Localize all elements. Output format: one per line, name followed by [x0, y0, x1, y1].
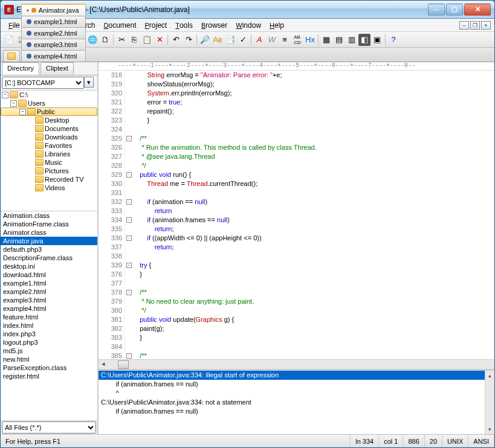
- tool1-icon[interactable]: ▦: [320, 34, 332, 46]
- menu-tools[interactable]: Tools: [171, 20, 197, 31]
- mdi-restore-button[interactable]: ❐: [470, 21, 480, 30]
- menu-document[interactable]: Document: [100, 20, 141, 31]
- output-line[interactable]: ^: [99, 389, 494, 398]
- file-item[interactable]: example4.html: [1, 304, 97, 313]
- tab-directory[interactable]: Directory: [2, 62, 39, 75]
- output-line[interactable]: if (animation.frames == null): [99, 407, 494, 416]
- document-tab[interactable]: •Animator.java: [21, 4, 86, 16]
- hex-icon[interactable]: ABCD: [291, 34, 303, 46]
- file-item[interactable]: example1.html: [1, 279, 97, 287]
- delete-icon[interactable]: ✕: [154, 34, 166, 46]
- tree-item[interactable]: Music: [1, 158, 97, 167]
- directory-tree[interactable]: −C:\−Users−PublicDesktopDocumentsDownloa…: [1, 91, 97, 211]
- tree-item[interactable]: Pictures: [1, 167, 97, 175]
- spell-icon[interactable]: ✓: [237, 34, 249, 46]
- file-item[interactable]: DescriptionFrame.class: [1, 254, 97, 262]
- file-item[interactable]: download.html: [1, 270, 97, 279]
- file-item[interactable]: index.html: [1, 321, 97, 330]
- file-item[interactable]: Animator.class: [1, 228, 97, 237]
- redo-icon[interactable]: ↷: [183, 34, 195, 46]
- code-view[interactable]: 3183193203213223233243253263273283293303…: [99, 71, 494, 359]
- folder-icon: [35, 117, 44, 124]
- document-tab[interactable]: example1.html: [21, 16, 86, 27]
- undo-icon[interactable]: ↶: [170, 34, 182, 46]
- file-list[interactable]: Animation.classAnimationFrame.classAnima…: [1, 211, 97, 420]
- editor-area: ----+----1----+----2----+----3----+----4…: [99, 62, 494, 434]
- output-line[interactable]: if (animation.frames == null): [99, 380, 494, 389]
- menu-window[interactable]: Window: [231, 20, 265, 31]
- folder-icon: [35, 125, 44, 132]
- file-item[interactable]: Animator.java: [1, 237, 97, 245]
- file-item[interactable]: defauth.php3: [1, 245, 97, 254]
- maximize-button[interactable]: ▢: [446, 4, 463, 16]
- tree-item[interactable]: Videos: [1, 184, 97, 192]
- file-item[interactable]: desktop.ini: [1, 262, 97, 270]
- file-item[interactable]: Animation.class: [1, 211, 97, 220]
- code-lines[interactable]: String errorMsg = "Animator: Parse error…: [132, 71, 494, 359]
- drive-menu-button[interactable]: ▾: [84, 77, 94, 88]
- paste-icon[interactable]: 📋: [141, 34, 153, 46]
- mdi-close-button[interactable]: ×: [481, 21, 491, 30]
- hx-icon[interactable]: Hx: [304, 34, 316, 46]
- cut-icon[interactable]: ✂: [115, 34, 128, 46]
- tool5-icon[interactable]: ▣: [371, 34, 383, 46]
- status-count1: 886: [403, 435, 424, 447]
- tool3-icon[interactable]: ▥: [346, 34, 358, 46]
- ruler: ----+----1----+----2----+----3----+----4…: [99, 62, 494, 71]
- replace-icon[interactable]: Aв: [212, 34, 224, 46]
- copy-icon[interactable]: ⎘: [128, 34, 140, 46]
- status-help: For Help, press F1: [1, 435, 351, 447]
- tree-item[interactable]: −Users: [1, 99, 97, 107]
- wrap-icon[interactable]: W: [266, 34, 278, 46]
- file-item[interactable]: example3.html: [1, 296, 97, 304]
- menu-project[interactable]: Project: [141, 20, 172, 31]
- tree-item[interactable]: −C:\: [1, 91, 97, 99]
- status-line: ln 334: [351, 435, 379, 447]
- mdi-minimize-button[interactable]: –: [459, 21, 469, 30]
- browser-icon[interactable]: 🌐: [86, 34, 99, 46]
- goto-icon[interactable]: 📑: [224, 34, 236, 46]
- document-tab[interactable]: example3.html: [21, 39, 86, 50]
- tree-item[interactable]: Libraries: [1, 150, 97, 158]
- file-item[interactable]: new.html: [1, 355, 97, 363]
- file-filter-select[interactable]: All Files (*.*): [2, 421, 96, 434]
- close-button[interactable]: ✕: [464, 4, 491, 16]
- document-tab[interactable]: example4.html: [21, 50, 86, 62]
- menu-help[interactable]: Help: [265, 20, 288, 31]
- file-item[interactable]: index.php3: [1, 330, 97, 338]
- horizontal-scrollbar[interactable]: ◂: [99, 359, 494, 369]
- tab-folder-icon[interactable]: [3, 50, 20, 62]
- output-pane[interactable]: C:\Users\Public\Animator.java:334: illeg…: [99, 369, 494, 434]
- tree-item[interactable]: Recorded TV: [1, 175, 97, 184]
- tab-cliptext[interactable]: Cliptext: [40, 62, 74, 75]
- fold-column[interactable]: −−−−−+−−: [125, 71, 132, 359]
- new-file-icon[interactable]: 📄: [3, 34, 15, 46]
- find-icon[interactable]: 🔎: [199, 34, 211, 46]
- file-item[interactable]: feature.html: [1, 313, 97, 321]
- doc-icon[interactable]: 🗋: [99, 34, 111, 46]
- help-icon[interactable]: ?: [387, 34, 400, 46]
- file-item[interactable]: md5.js: [1, 347, 97, 355]
- tool2-icon[interactable]: ▤: [333, 34, 345, 46]
- folder-icon: [35, 133, 44, 141]
- tool4-icon[interactable]: ◧: [358, 34, 370, 46]
- file-item[interactable]: logout.php3: [1, 338, 97, 347]
- output-line[interactable]: C:\Users\Public\Animator.java:334: illeg…: [99, 371, 494, 380]
- line-num-icon[interactable]: ≡: [279, 34, 291, 46]
- output-line[interactable]: C:\Users\Public\Animator.java:334: not a…: [99, 398, 494, 407]
- file-item[interactable]: AnimationFrame.class: [1, 220, 97, 228]
- tree-item[interactable]: Favorites: [1, 141, 97, 150]
- tree-item[interactable]: Desktop: [1, 116, 97, 124]
- file-item[interactable]: ParseException.class: [1, 363, 97, 372]
- menu-browser[interactable]: Browser: [197, 20, 231, 31]
- font-icon[interactable]: A: [253, 34, 265, 46]
- minimize-button[interactable]: ─: [428, 4, 445, 16]
- drive-select[interactable]: [C:] BOOTCAMP: [2, 77, 84, 89]
- file-item[interactable]: example2.html: [1, 287, 97, 296]
- document-tab[interactable]: example2.html: [21, 27, 86, 39]
- file-item[interactable]: register.html: [1, 372, 97, 380]
- tree-item[interactable]: Downloads: [1, 133, 97, 141]
- app-icon: E: [4, 5, 14, 14]
- tree-item[interactable]: −Public: [1, 107, 97, 116]
- tree-item[interactable]: Documents: [1, 124, 97, 133]
